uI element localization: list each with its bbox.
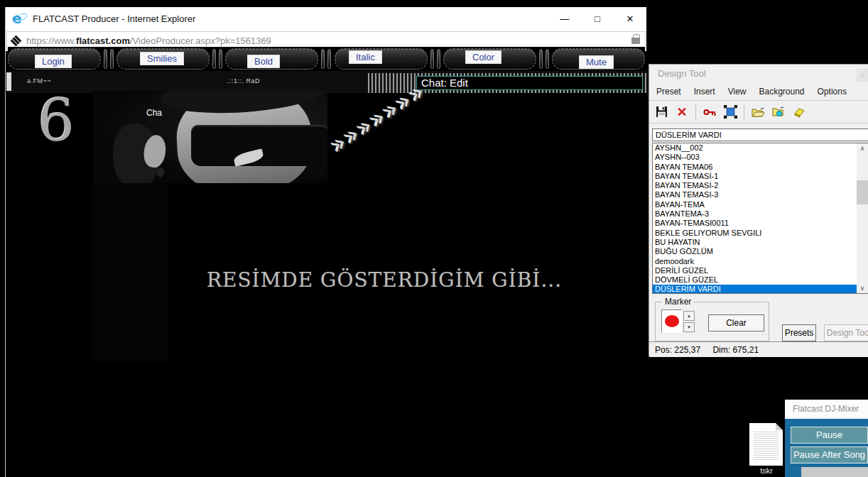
arrows-row: »»»»»»» — [324, 77, 430, 160]
preset-name-field[interactable]: DÜSLERİM VARDI — [652, 128, 868, 141]
preset-list-item[interactable]: BU HAYATIN — [653, 238, 868, 247]
preset-list-item[interactable]: demoodark — [653, 257, 868, 266]
menu-preset[interactable]: Preset — [656, 87, 681, 97]
save-icon[interactable] — [654, 105, 668, 119]
scrollbar-thumb[interactable] — [857, 180, 868, 204]
dj-mixer-title: Flatcast DJ-Mixer — [785, 400, 868, 419]
toolbar-separator — [744, 104, 744, 120]
scroll-nub — [6, 72, 11, 91]
url-path: /VideoProducer.aspx?pk=1561369 — [130, 35, 271, 46]
presets-button[interactable]: Presets — [782, 324, 816, 341]
browser-window: e FLATCAST Producer - Internet Explorer … — [5, 7, 646, 477]
title-bar: e FLATCAST Producer - Internet Explorer … — [6, 7, 646, 30]
menu-options[interactable]: Options — [818, 87, 847, 97]
desktop: e FLATCAST Producer - Internet Explorer … — [0, 0, 868, 477]
design-tool-button: Design Tool — [824, 324, 868, 341]
smilies-tooltip[interactable]: Smilies — [140, 52, 184, 65]
close-button[interactable]: ✕ — [614, 7, 646, 30]
menu-background[interactable]: Background — [759, 87, 805, 97]
document-fold-corner — [776, 423, 783, 430]
scroll-up-icon[interactable]: ∧ — [857, 143, 868, 153]
mute-tooltip[interactable]: Mute — [579, 55, 614, 69]
url-domain: flatcast.com — [76, 35, 130, 46]
document-lines — [754, 430, 779, 461]
url-prefix: https://www. — [26, 35, 76, 46]
key-icon[interactable] — [702, 105, 717, 119]
preset-list-item[interactable]: BAYANTEMA-3 — [653, 209, 868, 219]
design-tool-menubar: Preset Insert View Background Options — [649, 83, 868, 100]
dj-name: .::1::. RaD — [227, 77, 260, 84]
preset-list-item[interactable]: DERİLİ GÜZEL — [653, 266, 868, 275]
neck-photo — [93, 183, 168, 362]
design-tool-toolbar: ✕ — [649, 100, 868, 124]
window-title: FLATCAST Producer - Internet Explorer — [33, 13, 195, 24]
preset-list-item[interactable]: DÜSLERİM VARDI — [653, 285, 868, 294]
preset-list-item[interactable]: DÖVMELİ GÜZEL — [653, 275, 868, 285]
dj-mixer-window: Flatcast DJ-Mixer Pause Pause After Song — [785, 400, 868, 477]
bold-tooltip[interactable]: Bold — [247, 55, 280, 68]
stepper-down-button[interactable]: ▼ — [683, 322, 695, 332]
maximize-button[interactable]: □ — [581, 7, 614, 30]
open-folder-icon[interactable] — [751, 105, 765, 119]
menu-view[interactable]: View — [728, 87, 747, 97]
menu-insert[interactable]: Insert — [694, 87, 715, 97]
station-name: ə.FM~~ — [27, 77, 51, 84]
mixer-panel-fragment — [801, 467, 868, 477]
marker-group: Marker ▲ ▼ Clear — [655, 302, 769, 341]
pause-after-song-button[interactable]: Pause After Song — [791, 446, 868, 464]
design-tool-panel: Design Tool x Preset Insert View Backgro… — [649, 64, 868, 356]
preset-list-item[interactable]: BAYAN-TEMA — [653, 200, 868, 209]
preset-list-item[interactable]: BAYAN TEMASI-2 — [653, 181, 868, 190]
color-tooltip[interactable]: Color — [465, 50, 501, 64]
clear-button[interactable]: Clear — [708, 314, 764, 331]
sunglasses-graphic — [191, 125, 327, 166]
delete-icon[interactable]: ✕ — [675, 105, 689, 119]
dj-mixer-body: Pause Pause After Song — [785, 419, 868, 477]
login-tooltip[interactable]: Login — [35, 55, 72, 68]
model-photo — [93, 91, 327, 183]
earring-graphic — [157, 168, 164, 177]
preset-list-item[interactable]: BUĞU GÖZLÜM — [653, 247, 868, 256]
eraser-icon[interactable] — [792, 105, 806, 119]
minimize-button[interactable]: — — [548, 7, 581, 30]
numeral-graphic: 6 — [38, 92, 75, 150]
stream-bar: ə.FM~~ .::1::. RaD Chat: Edit — [6, 71, 646, 93]
preset-list-item[interactable]: BAYAN TEMA06 — [653, 163, 868, 172]
pause-button[interactable]: Pause — [791, 427, 868, 444]
toolbar-separator — [695, 104, 696, 120]
marker-group-label: Marker — [662, 297, 694, 307]
scroll-down-icon[interactable]: ∨ — [857, 283, 868, 293]
preset-list-item[interactable]: BAYAN-TEMASI0011 — [653, 219, 868, 228]
preset-list-item[interactable]: BAYAN TEMASI-1 — [653, 172, 868, 181]
chat-fragment-text: Cha — [146, 108, 162, 118]
stepper-up-button[interactable]: ▲ — [683, 311, 695, 321]
preset-list[interactable]: AYSHN__002AYSHN--003BAYAN TEMA06BAYAN TE… — [652, 143, 868, 294]
lock-icon — [631, 38, 640, 44]
preset-list-scrollbar[interactable]: ∧ ∨ — [857, 143, 868, 293]
select-region-icon[interactable] — [723, 105, 737, 119]
preset-list-item[interactable]: BAYAN TEMASI-3 — [653, 190, 868, 199]
marker-preview — [661, 309, 682, 333]
italic-tooltip[interactable]: Italic — [349, 50, 382, 64]
preset-list-item[interactable]: AYSHN--003 — [653, 153, 868, 162]
design-tool-title: Design Tool — [649, 65, 868, 83]
site-icon — [11, 35, 22, 46]
document-label[interactable]: tskr — [746, 466, 787, 475]
status-position: Pos: 225,37 — [655, 345, 700, 355]
status-dimensions: Dim: 675,21 — [712, 345, 759, 355]
preview-folder-icon[interactable] — [771, 105, 786, 119]
marker-size-stepper: ▲ ▼ — [683, 311, 695, 332]
internet-explorer-icon: e — [12, 11, 26, 26]
preset-list-item[interactable]: AYSHN__002 — [653, 143, 868, 153]
status-bar: Pos: 225,37 Dim: 675,21 — [649, 341, 868, 357]
video-caption: RESİMDE GÖSTERDİGİM GİBİ... — [175, 268, 594, 292]
preset-list-item[interactable]: BEKLE GELIYORUM SEVGILI — [653, 229, 868, 238]
panel-close-button[interactable]: x — [857, 68, 868, 82]
player-toolbar — [8, 47, 645, 71]
arrows-graphic: »»»»»»» — [329, 78, 467, 170]
marker-dot-icon — [665, 315, 679, 327]
